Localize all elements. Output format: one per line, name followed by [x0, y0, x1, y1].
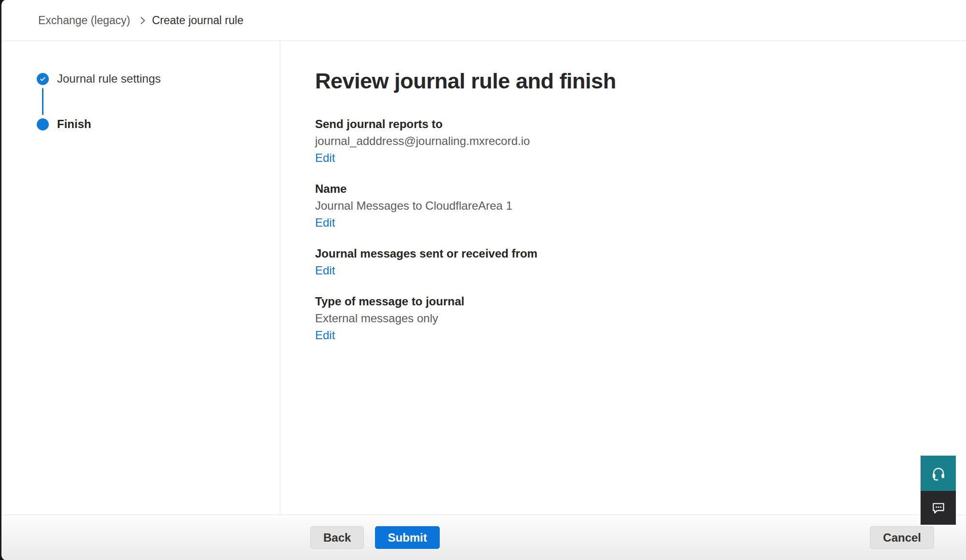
message-type-value: External messages only: [315, 310, 947, 327]
feedback-button[interactable]: [921, 491, 956, 525]
floating-button-stack: [921, 456, 956, 525]
rule-name-value: Journal Messages to CloudflareArea 1: [315, 197, 947, 214]
main-panel: Review journal rule and finish Send jour…: [280, 41, 966, 515]
breadcrumb-exchange-legacy[interactable]: Exchange (legacy): [38, 14, 130, 27]
journal-report-address-value: journal_adddress@journaling.mxrecord.io: [315, 132, 947, 149]
cancel-button[interactable]: Cancel: [870, 526, 934, 549]
edit-name-link[interactable]: Edit: [315, 214, 335, 231]
section-label: Name: [315, 180, 947, 197]
section-label: Send journal reports to: [315, 115, 947, 132]
chevron-right-icon: [137, 16, 145, 24]
wizard-step-journal-rule-settings[interactable]: Journal rule settings: [37, 72, 280, 86]
section-label: Journal messages sent or received from: [315, 245, 947, 262]
help-button[interactable]: [921, 456, 956, 491]
step-completed-check-icon: [37, 73, 49, 85]
step-connector-line: [42, 88, 43, 115]
submit-button[interactable]: Submit: [375, 526, 439, 549]
header: Exchange (legacy) Create journal rule: [1, 0, 966, 41]
feedback-bubble-icon: [931, 501, 946, 515]
review-section-name: Name Journal Messages to CloudflareArea …: [315, 180, 947, 231]
edit-send-journal-reports-link[interactable]: Edit: [315, 149, 335, 166]
breadcrumb: Exchange (legacy) Create journal rule: [38, 14, 244, 27]
breadcrumb-create-journal-rule: Create journal rule: [152, 14, 244, 27]
headset-icon: [931, 466, 946, 481]
wizard-steps-panel: Journal rule settings Finish: [1, 41, 280, 515]
edit-message-type-link[interactable]: Edit: [315, 327, 335, 344]
app-window: Exchange (legacy) Create journal rule Jo…: [0, 0, 966, 560]
review-section-send-journal-reports: Send journal reports to journal_adddress…: [315, 115, 947, 166]
step-label-finish: Finish: [57, 117, 91, 131]
page-title: Review journal rule and finish: [315, 69, 947, 94]
review-section-journal-scope: Journal messages sent or received from E…: [315, 245, 947, 279]
wizard-step-finish[interactable]: Finish: [37, 117, 280, 131]
back-button[interactable]: Back: [310, 526, 364, 549]
footer-action-bar: Back Submit Cancel: [1, 515, 966, 560]
step-label-journal-rule-settings: Journal rule settings: [57, 72, 161, 86]
review-section-message-type: Type of message to journal External mess…: [315, 293, 947, 344]
section-label: Type of message to journal: [315, 293, 947, 310]
content-area: Journal rule settings Finish Review jour…: [1, 41, 966, 515]
edit-journal-scope-link[interactable]: Edit: [315, 262, 335, 279]
step-current-dot-icon: [37, 118, 49, 130]
